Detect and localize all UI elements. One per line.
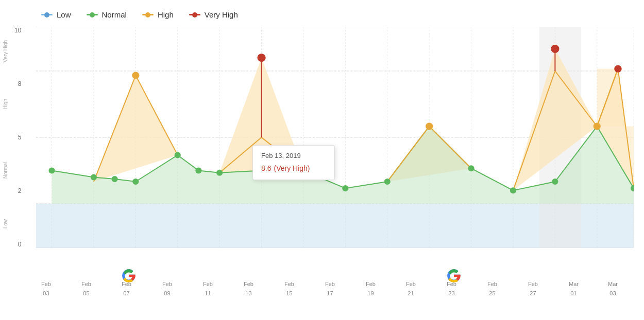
- svg-point-42: [468, 166, 473, 171]
- google-icon-feb23: [447, 269, 461, 285]
- x-label-feb25: Feb25: [487, 279, 497, 297]
- band-label-normal: Normal: [3, 137, 8, 204]
- x-label-mar01: Mar01: [569, 279, 579, 297]
- svg-point-50: [258, 54, 265, 61]
- y-tick-0: 0: [18, 241, 22, 248]
- legend-item-high: High: [142, 10, 174, 19]
- legend-label-high: High: [158, 10, 174, 19]
- y-tick-5: 5: [18, 134, 22, 141]
- x-label-feb13: Feb13: [244, 279, 253, 297]
- svg-point-45: [631, 186, 634, 191]
- x-label-feb15: Feb15: [284, 279, 294, 297]
- svg-point-40: [343, 186, 348, 191]
- y-tick-2: 2: [18, 187, 22, 194]
- y-tick-10: 10: [14, 27, 21, 34]
- legend-item-normal: Normal: [87, 10, 127, 19]
- svg-point-48: [594, 123, 600, 130]
- data-tooltip: Feb 13, 2019 8.6 (Very High): [252, 145, 335, 180]
- x-label-feb19: Feb19: [366, 279, 376, 297]
- svg-point-44: [552, 179, 557, 184]
- google-icon-feb07: [122, 269, 136, 285]
- svg-point-43: [511, 188, 516, 193]
- svg-point-34: [112, 176, 117, 182]
- x-label-feb27: Feb27: [528, 279, 538, 297]
- svg-point-47: [426, 123, 432, 130]
- x-label-feb03: Feb03: [41, 279, 51, 297]
- legend-label-normal: Normal: [102, 10, 127, 19]
- x-label-mar03: Mar03: [608, 279, 618, 297]
- legend-item-veryhigh: Very High: [189, 10, 238, 19]
- band-label-high: High: [3, 71, 8, 137]
- chart-svg: [36, 27, 634, 248]
- band-label-low: Low: [3, 204, 8, 243]
- x-label-feb21: Feb21: [406, 279, 416, 297]
- y-tick-8: 8: [18, 80, 22, 87]
- x-label-feb09: Feb09: [162, 279, 172, 297]
- svg-point-38: [217, 170, 222, 175]
- svg-point-53: [615, 66, 621, 72]
- tooltip-category: (Very High): [274, 164, 310, 172]
- svg-point-46: [132, 73, 139, 79]
- chart-area: 10 8 5 2 0 Very High High Normal Low: [36, 27, 634, 248]
- svg-point-37: [196, 168, 201, 173]
- tooltip-value: 8.6 (Very High): [261, 163, 326, 173]
- x-label-feb17: Feb17: [325, 279, 335, 297]
- svg-point-32: [49, 168, 54, 173]
- svg-point-41: [385, 179, 390, 184]
- legend-item-low: Low: [41, 10, 71, 19]
- chart-container: Low Normal High Very High: [0, 0, 644, 320]
- x-label-feb05: Feb05: [81, 279, 91, 297]
- svg-point-51: [551, 45, 558, 52]
- chart-legend: Low Normal High Very High: [36, 10, 634, 19]
- svg-point-36: [175, 152, 180, 157]
- svg-point-33: [91, 174, 96, 180]
- x-label-feb11: Feb11: [203, 279, 213, 297]
- tooltip-number: 8.6: [261, 164, 271, 172]
- legend-label-low: Low: [57, 10, 71, 19]
- band-label-veryhigh: Very High: [3, 31, 8, 71]
- legend-label-veryhigh: Very High: [205, 10, 238, 19]
- tooltip-date: Feb 13, 2019: [261, 152, 326, 159]
- svg-point-35: [133, 179, 138, 184]
- y-axis: 10 8 5 2 0: [14, 27, 21, 248]
- band-labels: Very High High Normal Low: [3, 27, 13, 248]
